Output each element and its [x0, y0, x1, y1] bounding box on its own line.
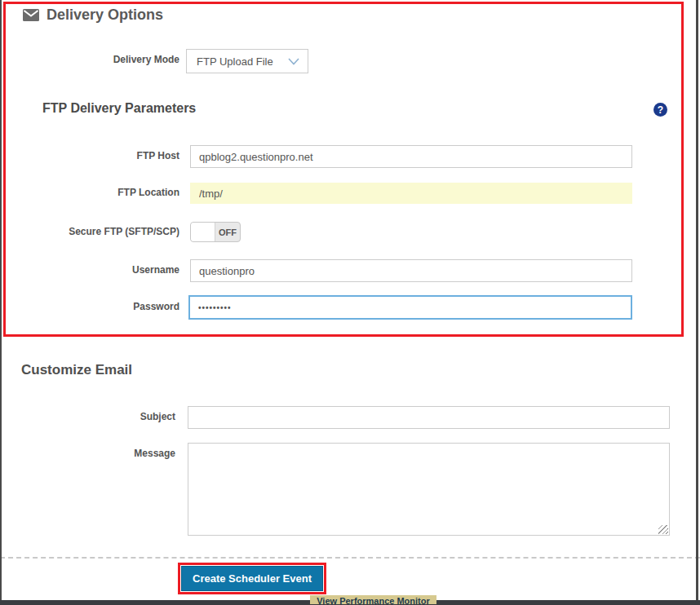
- delivery-options-title: Delivery Options: [47, 7, 163, 24]
- password-label: Password: [0, 301, 179, 312]
- message-label: Message: [0, 448, 175, 459]
- left-border: [0, 0, 2, 605]
- password-input[interactable]: [188, 295, 632, 320]
- secure-ftp-label: Secure FTP (SFTP/SCP): [0, 226, 179, 237]
- username-input[interactable]: [190, 259, 632, 282]
- username-label: Username: [0, 264, 179, 276]
- envelope-icon: [23, 9, 39, 21]
- delivery-options-header: Delivery Options: [23, 7, 163, 24]
- create-scheduler-event-button[interactable]: Create Scheduler Event: [181, 566, 323, 591]
- delivery-mode-label: Delivery Mode: [0, 54, 179, 65]
- right-border: [696, 0, 698, 605]
- chevron-down-icon: [288, 58, 299, 65]
- page-container: Delivery Options Delivery Mode FTP Uploa…: [0, 0, 700, 605]
- subject-label: Subject: [0, 411, 175, 422]
- secure-ftp-toggle[interactable]: OFF: [190, 222, 241, 242]
- ftp-parameters-heading: FTP Delivery Parameters: [42, 101, 196, 116]
- toggle-state-label: OFF: [215, 223, 240, 241]
- message-textarea[interactable]: [188, 443, 670, 536]
- delivery-options-annotation-box: [3, 2, 684, 337]
- view-performance-monitor-partial[interactable]: View Performance Monitor: [310, 595, 436, 604]
- subject-input[interactable]: [188, 406, 670, 429]
- create-button-annotation-box: Create Scheduler Event: [178, 563, 326, 594]
- dashed-divider: [0, 557, 700, 559]
- ftp-host-input[interactable]: [190, 145, 632, 168]
- delivery-mode-selected-value: FTP Upload File: [197, 55, 273, 68]
- delivery-mode-select[interactable]: FTP Upload File: [186, 49, 308, 73]
- clipped-bottom-element: View Performance Monitor: [310, 595, 436, 604]
- ftp-location-input[interactable]: [190, 183, 632, 204]
- customize-email-heading: Customize Email: [21, 362, 132, 378]
- help-icon[interactable]: ?: [653, 103, 667, 117]
- ftp-location-label: FTP Location: [0, 187, 179, 198]
- ftp-host-label: FTP Host: [0, 150, 179, 161]
- toggle-knob: [191, 223, 215, 241]
